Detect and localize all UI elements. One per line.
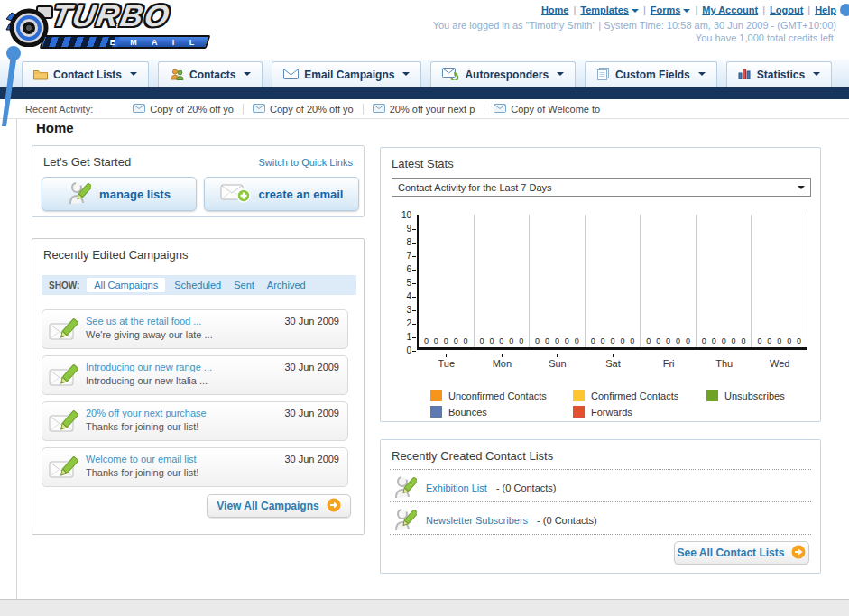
envelope-pencil-icon: [49, 455, 81, 484]
top-link-templates[interactable]: Templates: [580, 5, 639, 15]
chart-value-label: 0: [797, 336, 801, 345]
legend-label: Bounces: [448, 407, 487, 418]
legend-item: Bounces: [430, 406, 573, 418]
legend-swatch: [430, 390, 442, 401]
manage-lists-label: manage lists: [99, 188, 171, 201]
tab-email-campaigns[interactable]: Email Campaigns: [272, 61, 421, 87]
y-axis-tick-label: 0: [392, 345, 416, 355]
legend-item: Unsubscribes: [706, 390, 800, 401]
campaign-subtitle: Thanks for joining our list!: [86, 467, 198, 478]
top-nav: Home|Templates|Forms|My Account|Logout|H…: [541, 5, 836, 15]
chevron-down-icon: [244, 72, 251, 79]
tab-label: Email Campaigns: [304, 69, 394, 81]
chart-value-label: 0: [479, 336, 484, 345]
campaign-title-link[interactable]: Introducing our new range ...: [86, 362, 212, 372]
campaign-row[interactable]: 20% off your next purchaseThanks for joi…: [42, 401, 348, 441]
create-email-icon: [220, 182, 251, 207]
campaign-row[interactable]: Introducing our new range ...Introducing…: [42, 355, 348, 395]
envelope-icon: [494, 104, 506, 115]
recent-activity-label: Recent Activity:: [25, 104, 93, 115]
x-axis-tick-label: Wed: [752, 354, 807, 369]
contact-list-item[interactable]: Exhibition List- (0 Contacts): [393, 474, 557, 501]
manage-lists-button[interactable]: manage lists: [42, 177, 197, 211]
campaign-title-link[interactable]: 20% off your next purchase: [86, 408, 207, 418]
top-link-my-account[interactable]: My Account: [702, 5, 758, 15]
filter-sent[interactable]: Sent: [234, 280, 254, 290]
tab-label: Statistics: [757, 69, 805, 81]
x-axis-tick-label: Sat: [586, 354, 641, 369]
get-started-panel: Let's Get Started Switch to Quick Links …: [32, 145, 365, 217]
campaign-date: 30 Jun 2009: [284, 362, 339, 372]
chart-value-label: 0: [732, 336, 736, 345]
top-link-logout[interactable]: Logout: [770, 5, 803, 15]
y-axis-tick-label: 5: [392, 278, 416, 288]
envelope-pencil-icon: [49, 409, 81, 438]
switch-quick-links-link[interactable]: Switch to Quick Links: [258, 157, 353, 168]
x-axis-tick-mark: [557, 354, 558, 357]
chevron-down-icon: [813, 72, 820, 79]
campaign-title-link[interactable]: Welcome to our email list: [86, 454, 197, 464]
chart-value-labels: 00000: [697, 336, 752, 345]
stats-period-select[interactable]: Contact Activity for the Last 7 Days: [392, 178, 811, 197]
campaign-subtitle: Thanks for joining our list!: [86, 421, 198, 432]
logo-email-text: E M A I L: [109, 38, 199, 47]
campaign-title-link[interactable]: See us at the retail food ...: [86, 316, 201, 326]
filter-all-campaigns[interactable]: All Campaigns: [87, 278, 165, 292]
tab-autoresponders[interactable]: Autoresponders: [430, 61, 576, 87]
chart-value-label: 0: [646, 336, 651, 345]
chart-value-label: 0: [489, 336, 494, 345]
x-axis-labels: TueMonSunSatFriThuWed: [419, 354, 807, 369]
recent-activity-text: 20% off your next p: [390, 104, 475, 115]
dotted-divider: [390, 469, 811, 470]
contact-list-item[interactable]: Newsletter Subscribers- (0 Contacts): [393, 507, 597, 534]
filter-archived[interactable]: Archived: [267, 280, 306, 290]
contact-list-name-link[interactable]: Exhibition List: [426, 483, 487, 493]
create-email-button[interactable]: create an email: [204, 177, 359, 211]
top-link-home[interactable]: Home: [541, 5, 569, 15]
contact-list-count: - (0 Contacts): [496, 483, 557, 493]
legend-label: Confirmed Contacts: [591, 391, 678, 401]
chart-day-group: 00000: [641, 215, 697, 347]
logo-email-bar: E M A I L: [40, 35, 211, 49]
chart-value-label: 0: [630, 336, 634, 345]
chart-value-label: 0: [666, 336, 670, 345]
login-info: You are logged in as "Timothy Smith" | S…: [433, 20, 836, 31]
campaign-row[interactable]: Welcome to our email listThanks for join…: [42, 447, 348, 487]
recent-activity-item[interactable]: Copy of 20% off yo: [124, 104, 243, 115]
contact-list-count: - (0 Contacts): [537, 515, 597, 526]
recent-activity-item[interactable]: 20% off your next p: [363, 104, 484, 115]
tab-label: Contacts: [189, 69, 235, 81]
statistics-icon: [738, 68, 752, 82]
recent-activity-bar: Recent Activity: Copy of 20% off yoCopy …: [0, 99, 849, 119]
campaign-row[interactable]: See us at the retail food ...We're givin…: [42, 309, 348, 349]
contact-list-name-link[interactable]: Newsletter Subscribers: [426, 515, 528, 526]
chart-legend: Unconfirmed ContactsConfirmed ContactsUn…: [430, 390, 800, 418]
envelope-icon: [133, 104, 145, 115]
corner-dot-icon: [840, 4, 849, 16]
recent-activity-item[interactable]: Copy of 20% off yo: [243, 104, 363, 115]
top-link-help[interactable]: Help: [815, 5, 836, 15]
recent-activity-text: Copy of 20% off yo: [270, 104, 354, 115]
legend-swatch: [430, 406, 442, 418]
tab-custom-fields[interactable]: Custom Fields: [585, 61, 717, 87]
tab-contact-lists[interactable]: Contact Lists: [22, 61, 149, 87]
tab-statistics[interactable]: Statistics: [726, 61, 832, 87]
recent-activity-text: Copy of 20% off yo: [150, 104, 234, 115]
arrow-circle-icon: [791, 545, 806, 562]
filter-scheduled[interactable]: Scheduled: [174, 280, 221, 290]
see-all-contact-lists-button[interactable]: See All Contact Lists: [674, 541, 809, 565]
chart-value-label: 0: [519, 336, 523, 345]
envelope-icon: [253, 104, 265, 115]
chart-value-label: 0: [424, 336, 429, 345]
chart-day-group: 00000: [697, 215, 752, 347]
view-all-campaigns-button[interactable]: View All Campaigns: [207, 494, 351, 518]
top-link-forms[interactable]: Forms: [651, 5, 691, 15]
chart-plot-area: 00000000000000000000000000000000000: [417, 215, 807, 350]
tab-contacts[interactable]: Contacts: [158, 61, 263, 87]
legend-item: Forwards: [573, 406, 706, 418]
x-axis-tick-label: Fri: [641, 354, 697, 369]
chart-value-label: 0: [741, 336, 745, 345]
recent-activity-item[interactable]: Copy of Welcome to: [484, 104, 609, 115]
page-title: Home: [36, 120, 74, 135]
chevron-down-icon: [632, 9, 639, 16]
